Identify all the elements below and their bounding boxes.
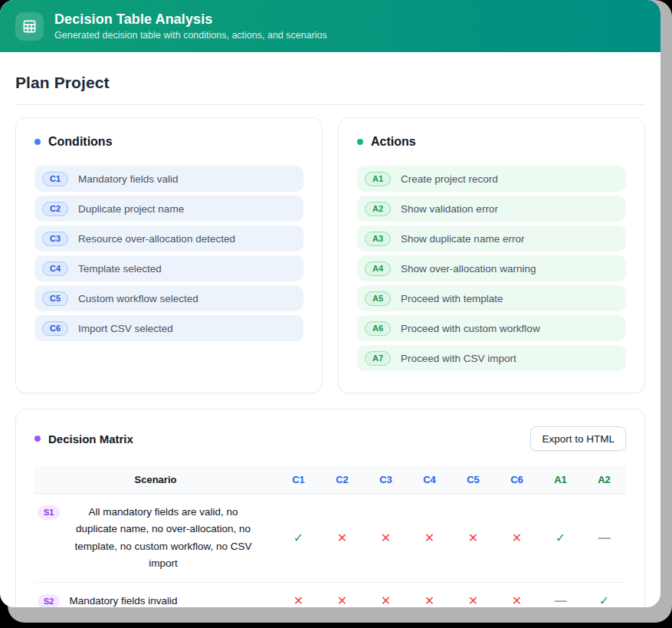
mark-cell: ✕	[277, 583, 320, 607]
scenario-cell: S1 All mandatory fields are valid, no du…	[34, 494, 277, 583]
condition-column-header: C1	[277, 466, 320, 494]
condition-item: C5 Custom workflow selected	[34, 285, 303, 311]
mark-cell: ✕	[408, 583, 451, 607]
scenario-cell: S2 Mandatory fields invalid	[34, 583, 277, 607]
scenario-id-badge: S2	[38, 594, 60, 607]
actions-panel: Actions A1 Create project record A2 Show…	[338, 117, 645, 393]
conditions-heading: Conditions	[48, 135, 113, 149]
conditions-list: C1 Mandatory fields valid C2 Duplicate p…	[34, 166, 303, 341]
mark-cell: ✕	[320, 494, 364, 583]
check-mark-icon: ✓	[293, 531, 303, 544]
condition-label: Mandatory fields valid	[78, 173, 179, 185]
mark-cell: —	[539, 583, 582, 607]
mark-cell: —	[582, 494, 626, 583]
condition-column-header: C4	[408, 466, 451, 494]
mark-cell: ✓	[582, 583, 626, 607]
x-mark-icon: ✕	[512, 531, 522, 544]
action-id-badge: A3	[365, 232, 391, 246]
condition-item: C1 Mandatory fields valid	[34, 166, 303, 192]
mark-cell: ✕	[364, 494, 408, 583]
action-label: Proceed with template	[401, 293, 503, 304]
conditions-panel-head: Conditions	[34, 135, 303, 149]
mark-cell: ✓	[539, 494, 582, 583]
condition-id-badge: C2	[42, 202, 68, 216]
condition-item: C6 Import CSV selected	[34, 315, 303, 341]
condition-id-badge: C4	[42, 261, 68, 276]
decision-matrix-table: Scenario C1C2C3C4C5C6A1A2 S1 All mandato…	[34, 466, 626, 607]
actions-list: A1 Create project record A2 Show validat…	[357, 166, 626, 371]
condition-label: Import CSV selected	[78, 323, 173, 334]
action-item: A4 Show over-allocation warning	[357, 255, 626, 281]
export-to-html-button[interactable]: Export to HTML	[530, 426, 626, 451]
action-label: Show validation error	[401, 203, 498, 215]
decision-matrix-heading: Decision Matrix	[48, 432, 133, 446]
app-title: Decision Table Analysis	[54, 12, 327, 28]
condition-column-header: C6	[495, 466, 539, 494]
action-id-badge: A1	[365, 172, 391, 186]
actions-heading: Actions	[371, 135, 416, 149]
action-label: Show duplicate name error	[401, 233, 524, 245]
scenario-description: All mandatory fields are valid, no dupli…	[69, 504, 257, 572]
table-row: S2 Mandatory fields invalid ✕✕✕✕✕✕—✓	[34, 583, 626, 607]
action-label: Proceed with custom workflow	[401, 323, 540, 334]
conditions-panel: Conditions C1 Mandatory fields valid C2 …	[15, 117, 323, 393]
action-label: Create project record	[401, 173, 498, 185]
decision-matrix-dot-icon	[34, 436, 41, 442]
dash-mark-icon: —	[598, 531, 611, 544]
action-id-badge: A4	[365, 261, 391, 276]
condition-column-header: C2	[320, 466, 364, 494]
action-label: Show over-allocation warning	[401, 263, 536, 275]
mark-cell: ✕	[364, 583, 408, 607]
condition-item: C2 Duplicate project name	[34, 196, 303, 222]
mark-cell: ✓	[277, 494, 320, 583]
condition-id-badge: C5	[42, 291, 68, 306]
check-mark-icon: ✓	[556, 531, 565, 544]
action-id-badge: A5	[365, 291, 391, 306]
x-mark-icon: ✕	[381, 531, 391, 544]
scenario-description: Mandatory fields invalid	[69, 593, 177, 607]
mark-cell: ✕	[408, 494, 451, 583]
actions-dot-icon	[357, 139, 363, 145]
app-header: Decision Table Analysis Generated decisi…	[0, 0, 661, 52]
title-divider	[15, 104, 645, 105]
decision-matrix-table-body: S1 All mandatory fields are valid, no du…	[34, 494, 626, 608]
app-window: Decision Table Analysis Generated decisi…	[0, 0, 661, 607]
condition-item: C4 Template selected	[34, 255, 303, 281]
action-id-badge: A6	[365, 321, 391, 336]
condition-item: C3 Resource over-allocation detected	[34, 225, 303, 252]
dash-mark-icon: —	[555, 594, 567, 607]
action-label: Proceed with CSV import	[401, 353, 516, 364]
condition-id-badge: C6	[42, 321, 68, 336]
app-header-text: Decision Table Analysis Generated decisi…	[54, 12, 327, 41]
action-item: A7 Proceed with CSV import	[357, 345, 626, 371]
x-mark-icon: ✕	[293, 594, 303, 607]
condition-column-header: C5	[451, 466, 495, 494]
main-content: Plan Project Conditions C1 Mandatory fie…	[0, 52, 661, 607]
actions-panel-head: Actions	[357, 135, 626, 149]
condition-label: Custom workflow selected	[78, 293, 198, 304]
condition-label: Resource over-allocation detected	[78, 233, 235, 245]
mark-cell: ✕	[451, 583, 495, 607]
action-column-header: A1	[539, 466, 582, 494]
scenario-column-header: Scenario	[34, 466, 277, 494]
page-title: Plan Project	[15, 74, 645, 92]
x-mark-icon: ✕	[381, 594, 391, 607]
x-mark-icon: ✕	[337, 531, 347, 544]
action-id-badge: A2	[365, 202, 391, 216]
x-mark-icon: ✕	[337, 594, 347, 607]
decision-matrix-panel: Decision Matrix Export to HTML Scenario …	[15, 409, 645, 607]
action-column-header: A2	[582, 466, 626, 494]
condition-label: Duplicate project name	[78, 203, 184, 215]
x-mark-icon: ✕	[468, 594, 478, 607]
conditions-dot-icon	[34, 139, 41, 145]
mark-cell: ✕	[495, 583, 539, 607]
mark-cell: ✕	[320, 583, 364, 607]
condition-id-badge: C1	[42, 172, 68, 186]
app-subtitle: Generated decision table with conditions…	[54, 30, 327, 41]
x-mark-icon: ✕	[425, 531, 434, 544]
action-item: A5 Proceed with template	[357, 285, 626, 311]
decision-matrix-head: Decision Matrix Export to HTML	[34, 426, 626, 451]
action-item: A3 Show duplicate name error	[357, 225, 626, 252]
condition-column-header: C3	[364, 466, 408, 494]
action-item: A1 Create project record	[357, 166, 626, 192]
